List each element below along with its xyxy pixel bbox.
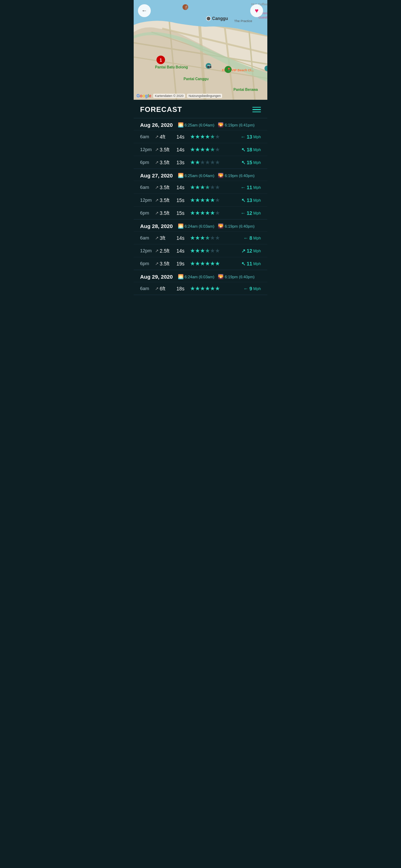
map-terms-text: Nutzungsbedingungen bbox=[187, 94, 222, 98]
height-arrow-0-2: ↗ bbox=[155, 160, 159, 165]
period-2-0: 14s bbox=[176, 235, 190, 241]
star-full: ★ bbox=[205, 197, 210, 203]
map-container: 1 Canggu Pantai Batu Bolong Pantai Cangg… bbox=[134, 0, 267, 100]
svg-text:📷: 📷 bbox=[207, 64, 212, 68]
wind-unit-1-0: Mph bbox=[253, 185, 261, 190]
sunrise-time-0: 6:25am (6:04am) bbox=[185, 123, 215, 127]
day-header-2: Aug 28, 2020 🌅 6:24am (6:03am) 🌄 6:19pm … bbox=[134, 219, 267, 231]
period-2-1: 14s bbox=[176, 248, 190, 254]
height-2-2: ↗ 3.5ft bbox=[155, 261, 176, 267]
svg-text:Pantai Batu Bolong: Pantai Batu Bolong bbox=[155, 65, 188, 69]
star-empty: ★ bbox=[215, 133, 220, 140]
svg-text:1: 1 bbox=[160, 58, 162, 63]
wind-speed-1-2: 12 bbox=[247, 210, 252, 216]
wind-speed-2-2: 11 bbox=[247, 261, 252, 267]
sunrise-2: 🌅 6:24am (6:03am) bbox=[178, 223, 215, 229]
sun-times-0: 🌅 6:25am (6:04am) 🌄 6:19pm (6:41pm) bbox=[178, 122, 255, 128]
sun-times-2: 🌅 6:24am (6:03am) 🌄 6:19pm (6:40pm) bbox=[178, 223, 255, 229]
height-value-2-1: 2.5ft bbox=[160, 248, 169, 254]
sunrise-time-2: 6:24am (6:03am) bbox=[185, 224, 215, 228]
star-empty: ★ bbox=[205, 159, 210, 166]
stars-1-1: ★★★★★★ bbox=[190, 197, 241, 203]
back-button[interactable]: ← bbox=[138, 4, 151, 17]
stars-0-0: ★★★★★★ bbox=[190, 133, 241, 140]
height-arrow-0-0: ↗ bbox=[155, 134, 159, 139]
height-3-0: ↗ 6ft bbox=[155, 286, 176, 291]
time-0-1: 12pm bbox=[140, 147, 155, 152]
wind-speed-0-0: 13 bbox=[247, 134, 252, 140]
wind-speed-1-1: 13 bbox=[247, 197, 252, 203]
time-0-0: 6am bbox=[140, 134, 155, 139]
height-arrow-2-0: ↗ bbox=[155, 236, 159, 241]
star-full: ★ bbox=[210, 197, 215, 203]
sunrise-time-1: 6:25am (6:04am) bbox=[185, 174, 215, 178]
star-half: ★ bbox=[205, 247, 210, 254]
star-full: ★ bbox=[190, 285, 195, 292]
star-full: ★ bbox=[190, 184, 195, 191]
sunrise-0: 🌅 6:25am (6:04am) bbox=[178, 122, 215, 128]
height-arrow-1-2: ↗ bbox=[155, 211, 159, 216]
sunset-3: 🌄 6:19pm (6:40pm) bbox=[218, 274, 255, 279]
stars-2-2: ★★★★★★ bbox=[190, 260, 241, 267]
height-2-1: ↗ 2.5ft bbox=[155, 248, 176, 254]
height-arrow-3-0: ↗ bbox=[155, 286, 159, 291]
star-full: ★ bbox=[205, 285, 210, 292]
sunrise-icon-0: 🌅 bbox=[178, 122, 184, 128]
wind-unit-1-1: Mph bbox=[253, 198, 261, 202]
star-full: ★ bbox=[200, 133, 205, 140]
star-empty: ★ bbox=[215, 184, 220, 191]
star-full: ★ bbox=[190, 146, 195, 153]
star-empty: ★ bbox=[210, 234, 215, 241]
sunset-0: 🌄 6:19pm (6:41pm) bbox=[218, 122, 255, 128]
menu-button[interactable] bbox=[252, 107, 261, 113]
time-2-2: 6pm bbox=[140, 261, 155, 266]
svg-text:Pantai Canggu: Pantai Canggu bbox=[184, 77, 209, 81]
star-full: ★ bbox=[205, 133, 210, 140]
day-date-3: Aug 29, 2020 bbox=[140, 274, 173, 280]
surf-row-0-1: 12pm ↗ 3.5ft 14s ★★★★★★ ↖ 18 Mph bbox=[134, 143, 267, 156]
sunrise-icon-2: 🌅 bbox=[178, 223, 184, 229]
wind-1-2: ← 12 Mph bbox=[241, 210, 261, 216]
star-full: ★ bbox=[210, 285, 215, 292]
forecast-section: FORECAST Aug 26, 2020 🌅 6:25am (6:04am) … bbox=[134, 100, 267, 295]
svg-text:The Practice: The Practice bbox=[234, 19, 252, 23]
sunset-time-0: 6:19pm (6:41pm) bbox=[225, 123, 255, 127]
sunrise-icon-1: 🌅 bbox=[178, 173, 184, 178]
day-header-1: Aug 27, 2020 🌅 6:25am (6:04am) 🌄 6:19pm … bbox=[134, 169, 267, 181]
google-logo: Google bbox=[137, 93, 151, 98]
wind-speed-1-0: 11 bbox=[247, 185, 252, 190]
star-full: ★ bbox=[205, 146, 210, 153]
menu-line-3 bbox=[252, 112, 261, 113]
height-arrow-1-1: ↗ bbox=[155, 198, 159, 203]
star-empty: ★ bbox=[215, 146, 220, 153]
menu-line-1 bbox=[252, 107, 261, 108]
day-header-3: Aug 29, 2020 🌅 6:24am (6:03am) 🌄 6:19pm … bbox=[134, 270, 267, 282]
star-full: ★ bbox=[195, 234, 200, 241]
star-full: ★ bbox=[215, 285, 220, 292]
wind-unit-3-0: Mph bbox=[253, 286, 261, 291]
wind-0-1: ↖ 18 Mph bbox=[241, 147, 261, 153]
height-2-0: ↗ 3ft bbox=[155, 235, 176, 241]
time-1-0: 6am bbox=[140, 185, 155, 190]
star-full: ★ bbox=[195, 159, 200, 166]
height-1-0: ↗ 3.5ft bbox=[155, 185, 176, 190]
stars-3-0: ★★★★★★ bbox=[190, 285, 243, 292]
star-full: ★ bbox=[210, 210, 215, 216]
svg-text:Canggu: Canggu bbox=[212, 16, 228, 21]
wind-arrow-0-2: ↖ bbox=[241, 160, 246, 165]
forecast-title: FORECAST bbox=[140, 105, 182, 114]
star-empty: ★ bbox=[215, 247, 220, 254]
star-full: ★ bbox=[200, 210, 205, 216]
star-full: ★ bbox=[200, 197, 205, 203]
sunset-1: 🌄 6:19pm (6:40pm) bbox=[218, 173, 255, 178]
surf-row-3-0: 6am ↗ 6ft 18s ★★★★★★ ← 9 Mph bbox=[134, 282, 267, 295]
height-arrow-0-1: ↗ bbox=[155, 147, 159, 152]
star-full: ★ bbox=[195, 184, 200, 191]
sun-times-3: 🌅 6:24am (6:03am) 🌄 6:19pm (6:40pm) bbox=[178, 274, 255, 279]
stars-0-2: ★★★★★★ bbox=[190, 159, 241, 166]
star-half: ★ bbox=[205, 234, 210, 241]
star-empty: ★ bbox=[215, 234, 220, 241]
day-block-0: Aug 26, 2020 🌅 6:25am (6:04am) 🌄 6:19pm … bbox=[134, 118, 267, 169]
favorite-button[interactable]: ♥ bbox=[250, 4, 263, 17]
height-value-1-2: 3.5ft bbox=[160, 210, 169, 216]
